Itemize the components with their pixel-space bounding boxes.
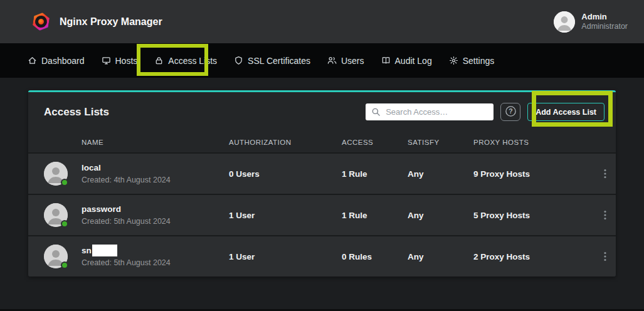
column-header-name: NAME (28, 139, 229, 146)
user-role: Administrator (581, 22, 628, 32)
column-header-authorization: AUTHORIZATION (229, 139, 342, 146)
help-button[interactable]: ? (500, 103, 520, 121)
panel-title: Access Lists (44, 106, 109, 119)
nav-label: SSL Certificates (248, 56, 310, 66)
gear-icon (449, 56, 458, 65)
user-avatar (554, 11, 575, 33)
kebab-menu-icon (604, 171, 606, 181)
satisfy-value: Any (408, 211, 473, 220)
table-header: NAME AUTHORIZATION ACCESS SATISFY PROXY … (28, 132, 616, 152)
kebab-menu-icon (604, 254, 606, 263)
book-icon (381, 56, 391, 65)
user-menu[interactable]: Admin Administrator (554, 11, 628, 33)
online-status-dot (61, 220, 68, 228)
satisfy-value: Any (408, 169, 473, 179)
app-header: Nginx Proxy Manager Admin Administrator (0, 0, 644, 43)
online-status-dot (61, 261, 68, 269)
help-circle-icon: ? (505, 105, 517, 119)
table-row: local Created: 4th August 2024 0 Users 1… (28, 152, 616, 194)
nav-label: Users (341, 56, 364, 66)
column-header-satisfy: SATISFY (408, 139, 473, 146)
nav-item-audit-log[interactable]: Audit Log (381, 56, 432, 66)
row-menu-button[interactable] (599, 166, 611, 181)
access-list-name: password (82, 204, 171, 215)
search-box (366, 103, 494, 120)
authorization-value: 1 User (229, 252, 342, 261)
created-date: Created: 5th August 2024 (82, 216, 171, 226)
access-list-name: local (82, 162, 171, 174)
kebab-menu-icon (604, 213, 606, 222)
search-input[interactable] (366, 103, 494, 120)
name-cell: local Created: 4th August 2024 (28, 162, 229, 186)
nav-item-hosts[interactable]: Hosts (102, 56, 138, 66)
nav-label: Hosts (115, 56, 138, 66)
proxy-hosts-value: 2 Proxy Hosts (473, 252, 593, 261)
panel-header: Access Lists ? Add Access List (28, 92, 616, 132)
row-menu-button[interactable] (599, 249, 611, 264)
created-date: Created: 5th August 2024 (82, 258, 171, 268)
proxy-hosts-value: 5 Proxy Hosts (473, 211, 593, 220)
nav-label: Settings (463, 56, 495, 66)
column-header-proxy-hosts: PROXY HOSTS (473, 139, 593, 146)
lock-icon (154, 56, 164, 65)
nav-item-users[interactable]: Users (327, 56, 364, 66)
nav-label: Dashboard (41, 56, 85, 66)
table-row: sn Created: 5th August 2024 1 User 0 Rul… (28, 235, 616, 277)
nav-item-settings[interactable]: Settings (449, 56, 495, 66)
satisfy-value: Any (408, 252, 473, 261)
access-value: 0 Rules (342, 252, 408, 261)
access-list-name: sn (82, 245, 171, 256)
nav-item-ssl-certificates[interactable]: SSL Certificates (234, 56, 310, 66)
proxy-hosts-value: 9 Proxy Hosts (473, 169, 593, 179)
npm-logo-icon (31, 11, 51, 32)
shield-icon (234, 56, 243, 65)
authorization-value: 0 Users (229, 169, 342, 179)
created-date: Created: 4th August 2024 (82, 175, 171, 185)
svg-text:?: ? (509, 108, 512, 115)
add-access-list-button[interactable]: Add Access List (527, 103, 604, 121)
redaction-box (92, 245, 117, 256)
access-value: 1 Rule (342, 169, 408, 179)
table-row: password Created: 5th August 2024 1 User… (28, 194, 616, 235)
nav-item-dashboard[interactable]: Dashboard (28, 56, 85, 66)
row-menu-button[interactable] (599, 208, 611, 223)
authorization-value: 1 User (229, 211, 342, 220)
nav-item-access-lists[interactable]: Access Lists (154, 56, 217, 66)
app-title: Nginx Proxy Manager (60, 16, 162, 28)
monitor-icon (102, 56, 111, 65)
access-lists-panel: Access Lists ? Add Access List NAME AUTH… (28, 90, 616, 277)
users-icon (327, 56, 337, 65)
name-cell: sn Created: 5th August 2024 (28, 245, 229, 268)
online-status-dot (61, 179, 68, 186)
column-header-access: ACCESS (342, 139, 408, 146)
user-name: Admin (581, 12, 628, 22)
name-cell: password Created: 5th August 2024 (28, 203, 229, 227)
nav-label: Audit Log (395, 56, 432, 66)
home-icon (28, 56, 37, 65)
access-value: 1 Rule (342, 211, 408, 220)
nav-label: Access Lists (168, 56, 217, 66)
main-nav: Dashboard Hosts Access Lists SSL Certifi… (0, 43, 644, 78)
search-icon (371, 107, 381, 119)
